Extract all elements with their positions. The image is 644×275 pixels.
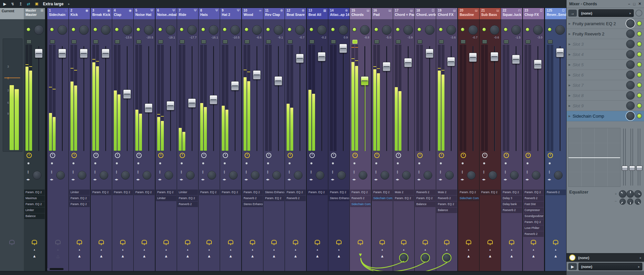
plugin-chain-item[interactable]: Love Philter <box>523 225 544 231</box>
plugin-chain-item[interactable]: Param. EQ 2 <box>24 190 45 195</box>
plugin-chain-item[interactable]: Reeverb 2 <box>545 190 566 195</box>
pan-knob[interactable] <box>33 171 41 180</box>
plugin-chain-item[interactable]: Param. EQ 2 <box>458 190 479 195</box>
latency-clock-icon[interactable] <box>461 153 466 158</box>
volume-fader[interactable] <box>145 103 153 113</box>
channel-strip-8[interactable]: 8 Ψ Hats -16.1 ▲▼ ◀▶ Param. EQ 2▲ ▲ <box>199 8 220 271</box>
channel-enable-led[interactable] <box>310 28 313 31</box>
latency-clock-icon[interactable] <box>93 153 99 158</box>
plugin-chain-item[interactable]: Stereo Enhancer <box>242 201 263 207</box>
fx-plug-icon[interactable] <box>142 240 147 244</box>
mute-button[interactable] <box>548 40 553 44</box>
route-to-master-arrow[interactable]: ▲ <box>24 254 45 258</box>
volume-fader[interactable] <box>188 98 196 108</box>
pan-knob[interactable] <box>402 171 411 180</box>
latency-clock-icon[interactable] <box>331 153 336 158</box>
volume-fader[interactable] <box>447 57 455 66</box>
channel-header[interactable]: 10 ∞ Wood <box>242 8 263 19</box>
channel-swap-icon[interactable]: ◀▶ <box>374 179 378 181</box>
pan-knob[interactable] <box>207 171 216 180</box>
channel-swap-icon[interactable]: ◀▶ <box>26 179 30 181</box>
channel-swap-icon[interactable]: ◀▶ <box>417 179 421 181</box>
record-arm-dot[interactable] <box>310 162 312 164</box>
slot-mix-knob[interactable] <box>626 81 635 89</box>
channel-input-knob[interactable] <box>555 25 565 35</box>
route-up-small-arrow[interactable]: ▲ <box>91 248 112 251</box>
mute-button[interactable] <box>115 40 120 44</box>
record-arm-dot[interactable] <box>181 162 183 164</box>
channel-input-knob[interactable] <box>295 25 305 35</box>
latency-clock-icon[interactable] <box>309 153 315 158</box>
volume-fader[interactable] <box>166 101 174 110</box>
channel-header[interactable]: 3 ◉ Break Kick <box>91 8 112 19</box>
plugin-chain-item[interactable]: Delay bank <box>501 201 522 207</box>
route-to-master-arrow[interactable]: ▲ <box>220 254 241 258</box>
fx-plug-icon[interactable] <box>401 240 406 244</box>
fx-plug-icon[interactable] <box>293 240 298 244</box>
route-to-master-arrow[interactable]: ▲ <box>134 254 155 258</box>
route-to-master-arrow[interactable]: ▲ <box>501 254 522 258</box>
pan-knob[interactable] <box>251 171 259 180</box>
channel-enable-led[interactable] <box>137 28 140 31</box>
latency-clock-icon[interactable] <box>50 153 55 158</box>
channel-header[interactable]: 7 Ψ Ride <box>177 8 198 19</box>
mute-button[interactable] <box>180 40 185 44</box>
channel-header[interactable]: 125 Ω Rever..Send <box>545 8 566 19</box>
output-target-icon[interactable]: ▶ <box>568 263 577 270</box>
slot-expand-arrow[interactable]: ▶ <box>569 32 571 35</box>
channel-swap-icon[interactable]: ◀▶ <box>265 179 270 181</box>
horizontal-scrollbar[interactable]: ‹ <box>47 267 69 271</box>
eq-freq-knob-3[interactable] <box>634 190 642 198</box>
channel-enable-led[interactable] <box>439 28 442 31</box>
slot-enable-led[interactable] <box>637 113 642 119</box>
latency-clock-icon[interactable] <box>504 153 509 158</box>
record-arm-dot[interactable] <box>527 162 529 164</box>
channel-input-knob[interactable] <box>360 25 370 35</box>
stereo-separation-icon[interactable]: ▲▼ <box>114 170 119 174</box>
plugin-chain-item[interactable]: Param. EQ 2 <box>523 190 544 195</box>
plugin-chain-item[interactable]: Limiter <box>69 190 90 195</box>
channel-input-knob[interactable] <box>58 25 67 35</box>
pan-knob[interactable] <box>56 171 65 180</box>
fx-slot-5[interactable]: ▶ Slot 5 <box>567 60 644 70</box>
channel-enable-led[interactable] <box>396 28 399 31</box>
channel-enable-led[interactable] <box>548 28 551 31</box>
slot-enable-led[interactable] <box>637 52 642 57</box>
fx-plug-icon[interactable] <box>466 240 471 244</box>
pan-knob[interactable] <box>510 171 519 180</box>
slot-expand-arrow[interactable]: ▶ <box>569 43 571 46</box>
channel-strip-10[interactable]: 10 ∞ Wood -6.6 ▲▼ ◀▶ Param. EQ 2Reeverb … <box>242 8 263 271</box>
channel-input-knob[interactable] <box>101 25 111 35</box>
eq-band2-slider[interactable] <box>629 129 634 186</box>
pan-knob[interactable] <box>381 171 389 180</box>
channel-swap-icon[interactable]: ◀▶ <box>114 179 119 181</box>
pan-knob[interactable] <box>100 171 108 180</box>
pan-knob[interactable] <box>272 171 281 180</box>
stereo-separation-icon[interactable]: ▲▼ <box>395 170 400 174</box>
route-up-small-arrow[interactable]: ▲ <box>199 248 220 251</box>
plugin-chain-item[interactable]: Limiter <box>24 207 45 213</box>
route-up-small-arrow[interactable]: ▲ <box>242 248 263 251</box>
time-settings-row[interactable]: (none) ▸ <box>567 253 644 262</box>
route-up-small-arrow[interactable]: ▲ <box>285 248 306 251</box>
plugin-chain-item[interactable]: Param. EQ 2 <box>69 195 90 201</box>
pan-knob[interactable] <box>229 171 238 180</box>
eq-freq-knob-2[interactable] <box>626 190 634 198</box>
slot-mix-knob[interactable] <box>626 71 635 79</box>
eq-curve-display[interactable] <box>568 128 621 187</box>
volume-fader[interactable] <box>35 49 43 58</box>
channel-strip-23[interactable]: 23 Ω Chop FX -3.0 ▲▼ ◀▶ Param. EQ 2Reeve… <box>523 8 544 271</box>
record-arm-dot[interactable] <box>267 162 269 164</box>
fx-plug-icon[interactable] <box>531 240 536 244</box>
record-arm-dot[interactable] <box>159 162 161 164</box>
slot-enable-led[interactable] <box>637 82 642 88</box>
volume-fader[interactable] <box>361 76 369 85</box>
pan-knob[interactable] <box>78 171 86 180</box>
channel-input-knob[interactable] <box>252 25 262 35</box>
slot-expand-arrow[interactable]: ▶ <box>569 84 571 87</box>
channel-header[interactable]: 11 ⊗ Rev Clap <box>263 8 285 19</box>
output-target-select[interactable]: (none) ▸ <box>578 263 642 270</box>
fx-plug-icon[interactable] <box>444 240 449 244</box>
slot-enable-led[interactable] <box>637 93 642 98</box>
latency-clock-icon[interactable] <box>115 153 120 158</box>
